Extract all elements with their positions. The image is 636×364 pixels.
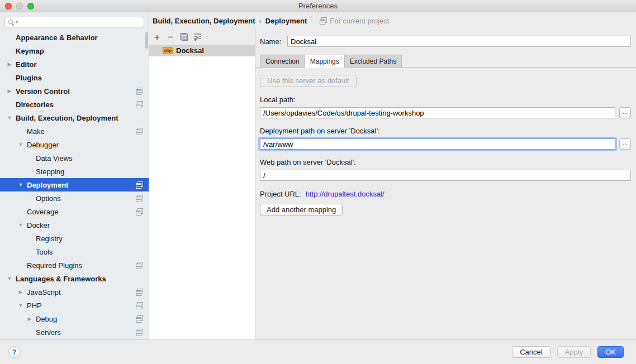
sidebar-item-docker[interactable]: ▼ Docker [0, 218, 149, 232]
breadcrumb-separator: › [259, 17, 261, 25]
cancel-button[interactable]: Cancel [512, 346, 550, 358]
server-row-docksal[interactable]: sftp Docksal [149, 45, 255, 56]
sftp-icon: sftp [163, 47, 173, 54]
sidebar-item-coverage[interactable]: Coverage [0, 205, 149, 218]
apply-button[interactable]: Apply [557, 346, 591, 358]
help-button[interactable]: ? [8, 346, 20, 358]
copy-server-icon[interactable] [180, 33, 188, 41]
footer: ? Cancel Apply OK [0, 339, 636, 364]
current-project-icon [320, 17, 327, 25]
current-project-icon [136, 88, 143, 95]
ok-button[interactable]: OK [597, 346, 624, 358]
use-default-button[interactable]: Use this server as default [260, 75, 357, 87]
web-path-label: Web path on server 'Docksal': [260, 158, 631, 166]
scope-indicator: For current project [320, 17, 389, 25]
deployment-path-label: Deployment path on server 'Docksal': [260, 127, 631, 135]
sidebar-item-php[interactable]: ▼ PHP [0, 299, 149, 312]
name-input[interactable] [287, 36, 631, 47]
project-url-link[interactable]: http://drupaltest.docksal/ [306, 190, 385, 198]
current-project-icon [136, 302, 143, 309]
chevron-down-icon[interactable]: ▼ [4, 276, 15, 281]
chevron-down-icon[interactable]: ▼ [4, 115, 15, 121]
sidebar-item-keymap[interactable]: Keymap [0, 44, 149, 58]
breadcrumb-parent[interactable]: Build, Execution, Deployment [153, 17, 255, 25]
current-project-icon [136, 262, 143, 269]
deployment-form: Name: ConnectionMappingsExcluded Paths U… [255, 29, 636, 339]
sidebar-item-editor[interactable]: ▶ Editor [0, 58, 149, 71]
remove-server-button[interactable]: − [167, 32, 174, 42]
chevron-down-icon[interactable]: ▼ [16, 303, 26, 308]
current-project-icon [136, 289, 143, 296]
name-label: Name: [260, 37, 287, 46]
use-as-default-icon[interactable]: ✔ [193, 33, 202, 41]
sidebar-item-debugger[interactable]: ▼ Debugger [0, 138, 149, 151]
local-path-input[interactable] [260, 107, 615, 118]
sidebar-item-make[interactable]: Make [0, 124, 149, 138]
sidebar-item-version-control[interactable]: ▶ Version Control [0, 84, 149, 98]
settings-sidebar: ▾ Appearance & Behavior Keymap ▶ Editor … [0, 12, 149, 339]
web-path-input[interactable] [260, 170, 631, 181]
settings-search[interactable]: ▾ [4, 17, 144, 27]
chevron-right-icon[interactable]: ▶ [4, 61, 15, 67]
sidebar-item-deployment[interactable]: ▼ Deployment [0, 178, 149, 191]
sidebar-item-plugins[interactable]: Plugins [0, 71, 149, 84]
deployment-path-browse-button[interactable]: ... [619, 138, 631, 150]
sidebar-item-stepping[interactable]: Stepping [0, 165, 149, 178]
current-project-icon [136, 128, 143, 135]
server-list-panel: + − ✔ sftp Docksal [149, 29, 255, 339]
chevron-down-icon[interactable]: ▼ [16, 222, 26, 228]
search-icon [8, 18, 15, 26]
sidebar-item-directories[interactable]: Directories [0, 98, 149, 111]
sidebar-item-required-plugins[interactable]: Required Plugins [0, 258, 149, 272]
sidebar-item-appearance-behavior[interactable]: Appearance & Behavior [0, 31, 149, 44]
scope-label: For current project [330, 17, 389, 25]
sidebar-item-tools[interactable]: Tools [0, 245, 149, 258]
search-input[interactable] [18, 18, 141, 26]
deployment-path-input[interactable] [260, 138, 615, 150]
chevron-right-icon[interactable]: ▶ [25, 316, 35, 322]
server-toolbar: + − ✔ [149, 29, 255, 45]
sidebar-item-data-views[interactable]: Data Views [0, 151, 149, 165]
preferences-window: Preferences ▾ Appearance & Behavior Keym… [0, 0, 636, 364]
server-list[interactable]: sftp Docksal [149, 45, 255, 339]
window-title: Preferences [298, 2, 338, 10]
chevron-right-icon[interactable]: ▶ [16, 289, 26, 295]
current-project-icon [136, 315, 143, 323]
sidebar-item-options[interactable]: Options [0, 191, 149, 205]
sidebar-item-registry[interactable]: Registry [0, 232, 149, 245]
sidebar-item-debug[interactable]: ▶ Debug [0, 312, 149, 325]
sidebar-item-javascript[interactable]: ▶ JavaScript [0, 285, 149, 299]
chevron-down-icon[interactable]: ▼ [16, 182, 26, 188]
local-path-label: Local path: [260, 95, 631, 104]
breadcrumb: Build, Execution, Deployment › Deploymen… [149, 12, 636, 29]
sidebar-item-languages-frameworks[interactable]: ▼ Languages & Frameworks [0, 272, 149, 285]
local-path-browse-button[interactable]: ... [619, 107, 631, 118]
titlebar[interactable]: Preferences [0, 0, 636, 12]
tab-connection[interactable]: Connection [260, 55, 305, 67]
chevron-right-icon[interactable]: ▶ [4, 88, 15, 94]
add-server-button[interactable]: + [153, 32, 161, 42]
settings-tree: Appearance & Behavior Keymap ▶ Editor Pl… [0, 31, 149, 339]
server-tabs: ConnectionMappingsExcluded Paths [255, 55, 636, 68]
sidebar-item-build-execution-deployment[interactable]: ▼ Build, Execution, Deployment [0, 111, 149, 124]
current-project-icon [136, 101, 143, 108]
minimize-button[interactable] [16, 3, 23, 9]
current-project-icon [136, 195, 143, 202]
tab-mappings[interactable]: Mappings [305, 55, 345, 67]
breadcrumb-current: Deployment [265, 17, 307, 25]
close-button[interactable] [5, 3, 12, 9]
tab-excluded-paths[interactable]: Excluded Paths [344, 55, 402, 67]
sidebar-scrollbar[interactable] [145, 32, 148, 49]
current-project-icon [136, 208, 143, 215]
zoom-button[interactable] [27, 3, 34, 9]
search-options-caret-icon[interactable]: ▾ [16, 20, 18, 25]
current-project-icon [136, 329, 143, 336]
add-mapping-button[interactable]: Add another mapping [260, 204, 343, 215]
chevron-down-icon[interactable]: ▼ [16, 142, 26, 147]
sidebar-item-servers[interactable]: Servers [0, 325, 149, 339]
current-project-icon [136, 181, 143, 189]
project-url-label: Project URL: [260, 190, 301, 198]
server-name: Docksal [176, 46, 204, 55]
